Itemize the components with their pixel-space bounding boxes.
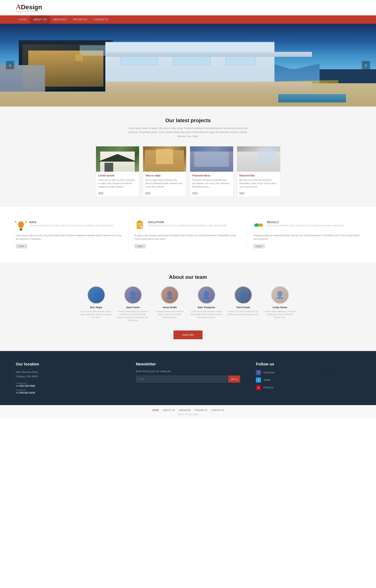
footer-telephone: +1 959 603 6035 (16, 391, 35, 394)
footer-nav-home[interactable]: HOME (150, 409, 160, 412)
idea-col-1: ✓ SOLUTION IPSUM DOLOR SIT AMET, CSEC TE… (129, 219, 247, 250)
nav-projects[interactable]: PROJECTS (70, 15, 90, 24)
footer-location-title: Our location (16, 362, 120, 367)
idea-title-0: IDEA (29, 220, 115, 224)
team-member-1: 👤 Jane Cover Consec tetuer adipiscing. P… (116, 286, 150, 322)
team-title: About our team (16, 274, 360, 280)
team-member-2: 👤 Anna Smith Praesent vestibuu lum moles… (153, 286, 187, 322)
idea-more-1[interactable]: more (134, 244, 146, 248)
idea-title-2: RESULT (267, 220, 344, 224)
hero-section: ‹ › (0, 24, 376, 106)
hero-prev-arrow[interactable]: ‹ (6, 61, 14, 69)
project-desc-3: Praesent ves tibuum moleestie laciu iits… (192, 178, 231, 189)
idea-more-0[interactable]: more (16, 244, 27, 248)
team-member-5: 👤 Linda Some Consec tetuer adipiscing. P… (263, 286, 297, 322)
team-avatar-3: 👤 (198, 286, 215, 304)
facebook-label: Facebook (263, 371, 275, 374)
footer-bottom: HOME • ABOUT US • SERVICES • PROJECTS • … (0, 405, 376, 419)
footer-top: Our location 8901 Marmora Road Glasgow, … (0, 351, 376, 405)
team-name-0: Eric Hope (79, 306, 113, 309)
project-image-1 (96, 147, 139, 172)
footer-location: Our location 8901 Marmora Road Glasgow, … (16, 362, 120, 394)
facebook-icon: f (256, 370, 261, 375)
footer-nav-projects[interactable]: PROJECTS (193, 409, 209, 412)
idea-subtitle-1: IPSUM DOLOR SIT AMET, CSEC TETUER ADIPI … (148, 224, 227, 227)
team-desc-5: Consec tetuer adipiscing. Praesent vesti… (263, 310, 297, 319)
team-name-1: Jane Cover (116, 306, 150, 309)
project-name-1: Lorem ipsum (98, 174, 137, 177)
project-name-2: Tetu er adipi (145, 174, 184, 177)
footer-newsletter-desc: Enter Email to join our mailing list (136, 370, 240, 373)
team-name-4: Tom Fonda (226, 306, 260, 309)
project-card-2: Tetu er adipi Tetu er adipi scing. Praes… (143, 146, 186, 197)
project-card-4: Raesent tibu Aenean non ummy hen dreniuu… (237, 146, 280, 197)
footer-nav-contacts[interactable]: CONTACTS (210, 409, 226, 412)
logo-tagline: architectural company (16, 10, 42, 12)
idea-more-2[interactable]: more (254, 244, 265, 248)
project-desc-2: Tetu er adipi scing. Praesent ves tibuum… (145, 178, 184, 189)
footer-nav-services[interactable]: SERVICES (177, 409, 192, 412)
team-name-3: Sam Tompson (190, 306, 223, 309)
team-avatar-1: 👤 (124, 286, 142, 304)
idea-subtitle-0: LOREM IPSUM DOLOR SIT AMET, CSEC ETUER A… (29, 224, 115, 227)
social-pinterest[interactable]: p Pinterest (256, 385, 360, 390)
footer-freephone: +1 800 559 6580 (16, 384, 35, 387)
idea-subtitle-2: ADIPI SCING. PRAESENT VIBU LUM MOLES TIE… (267, 224, 344, 227)
project-desc-1: Lorem ipsum dolor sit amet, conc tetu er… (98, 178, 137, 189)
footer-bottom-nav: HOME • ABOUT US • SERVICES • PROJECTS • … (16, 409, 360, 412)
newsletter-join-button[interactable]: join us (228, 376, 240, 383)
twitter-icon: t (256, 378, 261, 383)
header: A Design architectural company (0, 0, 376, 15)
team-member-4: 👤 Tom Fonda Aenean non ummy hendreruurs … (226, 286, 260, 322)
footer-nav-about[interactable]: ABOUT US (161, 409, 177, 412)
team-desc-1: Consec tetuer adipiscing. Praesent vesti… (116, 310, 150, 322)
footer-social: Follow us f Facebook t Twitter p Pintere… (256, 362, 360, 394)
team-desc-0: Lorem ipsum dolor sit amet, consec tetue… (79, 310, 113, 319)
team-avatar-5: 👤 (271, 286, 289, 304)
logo-letter: A (16, 3, 21, 11)
social-twitter[interactable]: t Twitter (256, 378, 360, 383)
latest-projects-section: Our latest projects Lorem ipsum dolor si… (0, 106, 376, 207)
footer-freephone-label: Freephone: (16, 382, 35, 384)
more-info-button[interactable]: more info (174, 330, 202, 339)
projects-grid: Lorem ipsum Lorem ipsum dolor sit amet, … (16, 146, 360, 197)
project-image-3 (190, 147, 233, 172)
team-member-3: 👤 Sam Tompson Lorem ipsum dolor sit amet… (190, 286, 223, 322)
idea-col-0: IDEA LOREM IPSUM DOLOR SIT AMET, CSEC ET… (16, 219, 129, 250)
project-more-4[interactable]: more (240, 192, 244, 194)
team-desc-2: Praesent vestibuu lum moles be laciulis.… (153, 310, 187, 319)
team-desc-4: Aenean non ummy hendreruurs elt. Aenean … (226, 310, 260, 316)
latest-projects-title: Our latest projects (16, 117, 360, 124)
project-more-1[interactable]: more (98, 192, 103, 194)
footer-newsletter: Newsletter Enter Email to join our maili… (136, 362, 240, 394)
nav-contacts[interactable]: CONTACTS (90, 15, 111, 24)
project-card-1: Lorem ipsum Lorem ipsum dolor sit amet, … (96, 146, 139, 197)
team-avatar-0: 👤 (87, 286, 105, 304)
hero-next-arrow[interactable]: › (362, 61, 370, 69)
project-desc-4: Aenean non ummy hen dreniuurs. Phasellit… (240, 178, 278, 189)
logo: A Design architectural company (16, 3, 42, 12)
project-card-3: Praesent tibuu Praesent ves tibuum molee… (190, 146, 233, 197)
project-more-2[interactable]: more (145, 192, 150, 194)
team-avatar-4: 👤 (234, 286, 252, 304)
project-more-3[interactable]: more (192, 192, 197, 194)
idea-text-1: Er adipi scing. Praesent vestibuum mis e… (134, 234, 241, 241)
team-grid: 👤 Eric Hope Lorem ipsum dolor sit amet, … (16, 286, 360, 322)
logo-name: Design (21, 4, 42, 11)
footer-address: 8901 Marmora Road Glasgow, DO4 89GR. (16, 370, 120, 379)
team-section: About our team 👤 Eric Hope Lorem ipsum d… (0, 262, 376, 351)
latest-projects-subtitle: Lorem ipsum dolor sit amet, conc tetu er… (125, 126, 251, 138)
nav-about[interactable]: ABOUT US (30, 15, 50, 24)
nav-home[interactable]: HOME (16, 15, 30, 24)
team-name-5: Linda Some (263, 306, 297, 309)
team-member-0: 👤 Eric Hope Lorem ipsum dolor sit amet, … (79, 286, 113, 322)
social-facebook[interactable]: f Facebook (256, 370, 360, 375)
nav-services[interactable]: SERVICES (50, 15, 70, 24)
team-avatar-2: 👤 (161, 286, 179, 304)
ideas-section: IDEA LOREM IPSUM DOLOR SIT AMET, CSEC ET… (0, 207, 376, 262)
idea-text-2: Praesent vestibuum moleestie laciulis. A… (254, 234, 360, 241)
newsletter-email-input[interactable] (136, 376, 240, 383)
idea-handshake-icon (254, 220, 264, 231)
idea-col-2: RESULT ADIPI SCING. PRAESENT VIBU LUM MO… (248, 219, 360, 250)
main-nav: HOME ABOUT US SERVICES PROJECTS CONTACTS (0, 15, 376, 24)
